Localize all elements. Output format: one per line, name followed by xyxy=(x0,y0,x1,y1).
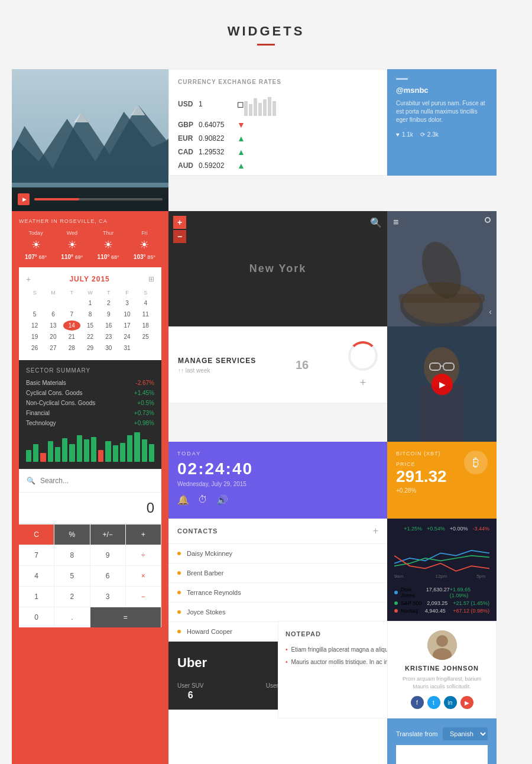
sector-chart xyxy=(26,432,154,462)
calc-1[interactable]: 1 xyxy=(19,586,54,607)
add-service-button[interactable]: + xyxy=(360,377,366,389)
contacts-header: CONTACTS + xyxy=(168,519,387,544)
stock-pct-4: -3.44% xyxy=(472,526,489,532)
social-stats: ♥ 1.1k ⟳ 2.3k xyxy=(396,131,488,138)
calendar-grid-icon[interactable]: ⊞ xyxy=(148,275,154,283)
currency-direction: ▲ xyxy=(237,147,245,157)
map-search-icon[interactable]: 🔍 xyxy=(369,216,382,229)
profile-widget: KRISTINE JOHNSON Prom arquam fringillare… xyxy=(387,621,497,718)
photo-image xyxy=(387,326,497,442)
svg-rect-9 xyxy=(258,103,262,116)
contact-item: Brent Barber xyxy=(168,564,387,583)
heart-icon: ♥ xyxy=(396,131,400,138)
calendar-month: JULY 2015 xyxy=(69,275,109,283)
stock-widget: +1.25% +0.54% +0.00% -3.44% 9am 12pm 5pm xyxy=(387,519,497,621)
calc-multiply[interactable]: × xyxy=(126,565,161,586)
bullet-icon: • xyxy=(286,658,288,666)
linkedin-icon[interactable]: in xyxy=(444,696,457,709)
calc-clear[interactable]: C xyxy=(19,524,54,545)
svg-rect-8 xyxy=(254,98,257,116)
translator-from-row: Translate from Spanish French German xyxy=(396,727,488,740)
youtube-icon[interactable]: ▶ xyxy=(460,696,473,709)
calc-7[interactable]: 7 xyxy=(19,545,54,565)
calc-minus[interactable]: − xyxy=(126,586,161,607)
calc-plusminus[interactable]: +/− xyxy=(90,524,126,545)
add-calendar-icon[interactable]: + xyxy=(26,274,31,284)
twitter-icon[interactable]: t xyxy=(427,696,440,709)
profile-bio: Prom arquam fringillarest, barium Mauris… xyxy=(397,675,487,690)
source-text-input[interactable] xyxy=(396,745,488,764)
add-contact-button[interactable]: + xyxy=(373,526,378,536)
currency-chart xyxy=(244,92,280,116)
contact-status-dot xyxy=(177,610,181,614)
calc-6[interactable]: 6 xyxy=(90,565,126,586)
menu-icon[interactable]: ≡ xyxy=(393,217,398,228)
play-button[interactable] xyxy=(18,193,30,205)
facebook-icon[interactable]: f xyxy=(411,696,424,709)
currency-code: EUR xyxy=(178,134,199,143)
currency-row-aud: AUD 0.59202 ▲ xyxy=(178,161,378,170)
calc-plus[interactable]: + xyxy=(126,524,161,545)
nasdaq-dot xyxy=(394,609,398,613)
calc-dot[interactable]: . xyxy=(54,607,90,627)
profile-name: KRISTINE JOHNSON xyxy=(397,665,487,672)
clock-widget: TODAY 02:24:40 Wednesday, July 29, 2015 … xyxy=(168,442,387,519)
zoom-out-button[interactable]: − xyxy=(173,230,186,243)
bitcoin-change: +0.28% xyxy=(396,487,488,494)
zoom-in-button[interactable]: + xyxy=(173,216,186,229)
search-input[interactable] xyxy=(40,477,154,485)
bitcoin-price-label: PRICE xyxy=(396,461,488,467)
weather-title: WEATHER IN ROSEVILLE, CA xyxy=(19,218,161,224)
currency-value: 0.59202 xyxy=(199,161,237,170)
currency-code: GBP xyxy=(178,121,199,129)
svg-text:9am: 9am xyxy=(394,574,403,579)
contact-name: Howard Cooper xyxy=(187,628,232,635)
calc-5[interactable]: 5 xyxy=(54,565,90,586)
calc-percent[interactable]: % xyxy=(54,524,90,545)
calc-8[interactable]: 8 xyxy=(54,545,90,565)
svg-rect-7 xyxy=(249,104,252,116)
svg-point-28 xyxy=(436,635,448,647)
profile-social-links: f t in ▶ xyxy=(397,696,487,709)
today-date[interactable]: 14 xyxy=(63,321,80,331)
contact-name: Brent Barber xyxy=(187,569,223,577)
services-info: MANAGE SERVICES ↑↑ last week xyxy=(178,357,256,374)
clock-today-label: TODAY xyxy=(177,451,378,457)
photo-play-button[interactable] xyxy=(432,374,453,395)
calc-9[interactable]: 9 xyxy=(90,545,126,565)
currency-direction: ▲ xyxy=(237,134,245,143)
progress-bar[interactable] xyxy=(34,198,163,200)
sector-row: Financial +0.73% xyxy=(26,410,154,416)
calc-equals[interactable]: = xyxy=(90,607,162,627)
alarm-icon[interactable]: 🔔 xyxy=(177,494,189,506)
calc-3[interactable]: 3 xyxy=(90,586,126,607)
calc-2[interactable]: 2 xyxy=(54,586,90,607)
search-widget: 🔍 xyxy=(19,469,161,493)
stock-pct-2: +0.54% xyxy=(427,526,445,532)
page-title: WIDGETS xyxy=(12,24,520,39)
currency-value: 0.90822 xyxy=(199,134,237,143)
uber-logo: Uber xyxy=(177,655,207,671)
currency-row-eur: EUR 0.90822 ▲ xyxy=(178,134,378,143)
source-language-select[interactable]: Spanish French German xyxy=(443,727,488,740)
translate-from-label: Translate from xyxy=(396,730,438,737)
retweets-stat: ⟳ 2.3k xyxy=(420,131,439,138)
sector-widget: SECTOR SUMMARY Basic Materials -2.67% Cy… xyxy=(19,360,161,469)
calc-0[interactable]: 0 xyxy=(19,607,54,627)
map-city-label: New York xyxy=(249,263,306,275)
volume-icon[interactable]: 🔊 xyxy=(216,494,228,506)
article-top-bar: ≡ xyxy=(387,211,497,234)
contact-name: Joyce Stokes xyxy=(187,608,225,616)
weather-day-wed: Wed ☀ 110° 69° xyxy=(55,230,89,260)
social-handle: @msnbc xyxy=(396,86,488,95)
retweet-icon: ⟳ xyxy=(420,131,425,138)
contact-status-dot xyxy=(177,591,181,594)
contact-name: Daisy Mckinney xyxy=(187,550,232,557)
calc-4[interactable]: 4 xyxy=(19,565,54,586)
prev-arrow[interactable]: ‹ xyxy=(489,307,492,316)
social-text: Curabitur vel purus nam. Fusce at est po… xyxy=(396,99,488,124)
contact-status-dot xyxy=(177,630,181,633)
timer-icon[interactable]: ⏱ xyxy=(198,494,207,506)
calc-divide[interactable]: ÷ xyxy=(126,545,161,565)
weather-days: Today ☀ 107° 68° Wed ☀ 110° 69° Thur ☀ 1… xyxy=(19,230,161,260)
